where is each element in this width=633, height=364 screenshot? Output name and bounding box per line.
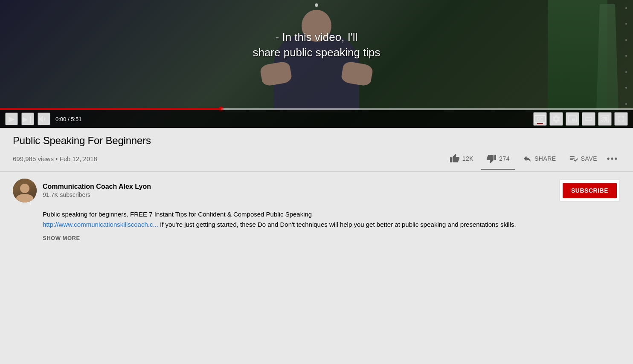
video-title: Public Speaking For Beginners (13, 135, 620, 147)
settings-button[interactable] (549, 112, 563, 126)
video-caption: - In this video, I'll share public speak… (253, 29, 380, 61)
next-button[interactable]: ▶❙ (21, 113, 34, 125)
share-label: SHARE (534, 155, 556, 162)
fullscreen-button[interactable] (614, 112, 628, 126)
video-meta-row: 699,985 views • Feb 12, 2018 12K 274 (13, 151, 620, 166)
time-display: 0:00 / 5:51 (55, 116, 81, 122)
cc-button[interactable]: CC (533, 112, 547, 126)
video-player[interactable]: - In this video, I'll share public speak… (0, 0, 633, 128)
channel-info: Communication Coach Alex Lyon 91.7K subs… (43, 183, 559, 198)
save-button[interactable]: SAVE (564, 151, 602, 166)
description-text: Public speaking for beginners. FREE 7 In… (43, 209, 620, 230)
dislike-count: 274 (499, 155, 510, 162)
show-more-button[interactable]: SHOW MORE (43, 233, 80, 243)
subscribe-wrapper: SUBSCRIBE (559, 179, 620, 202)
channel-subscribers: 91.7K subscribers (43, 191, 559, 198)
save-label: SAVE (581, 155, 597, 162)
play-button[interactable]: ▶ (5, 113, 18, 125)
video-stats: 699,985 views • Feb 12, 2018 (13, 155, 97, 162)
miniplayer-button[interactable] (566, 112, 579, 126)
more-options-button[interactable]: ••• (605, 151, 620, 166)
video-actions: 12K 274 SHARE (444, 151, 620, 166)
description-link[interactable]: http://www.communicationskillscoach.c... (43, 221, 158, 228)
like-count: 12K (462, 155, 473, 162)
channel-name[interactable]: Communication Coach Alex Lyon (43, 183, 559, 191)
subscribe-button[interactable]: SUBSCRIBE (563, 183, 617, 198)
description-area: Public speaking for beginners. FREE 7 In… (13, 209, 620, 243)
cast-button[interactable] (598, 112, 612, 126)
channel-row: Communication Coach Alex Lyon 91.7K subs… (13, 179, 620, 202)
volume-button[interactable] (38, 113, 50, 125)
content-area: Public Speaking For Beginners 699,985 vi… (0, 128, 633, 251)
share-button[interactable]: SHARE (517, 151, 561, 166)
video-controls-bar: ▶ ▶❙ 0:00 / 5:51 CC (0, 110, 633, 128)
like-button[interactable]: 12K (444, 151, 479, 166)
theater-button[interactable] (582, 112, 595, 126)
dislike-button[interactable]: 274 (481, 151, 515, 166)
divider (0, 171, 633, 172)
channel-avatar[interactable] (13, 179, 37, 202)
controls-right: CC (533, 112, 628, 126)
